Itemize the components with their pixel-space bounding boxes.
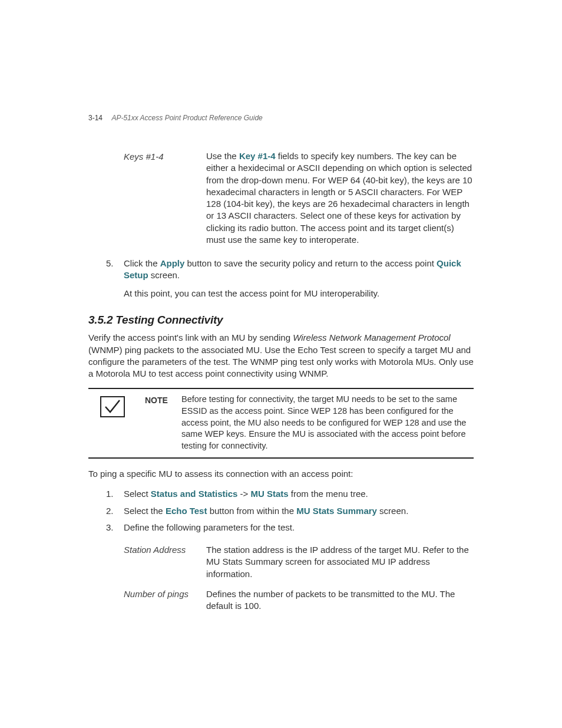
page-header: 3-14 AP-51xx Access Point Product Refere… — [88, 114, 263, 122]
param-station-address: Station Address The station address is t… — [124, 544, 474, 580]
note-callout: NOTE Before testing for connectivity, th… — [88, 388, 474, 459]
doc-title: AP-51xx Access Point Product Reference G… — [111, 114, 262, 122]
param-label: Station Address — [124, 544, 206, 580]
section-paragraph: Verify the access point's link with an M… — [88, 332, 474, 380]
step-2: 2. Select the Echo Test button from with… — [106, 505, 474, 517]
keys-definition-row: Keys #1-4 Use the Key #1-4 fields to spe… — [124, 150, 474, 246]
echo-test-ref: Echo Test — [166, 506, 207, 516]
mu-stats-summary-ref: MU Stats Summary — [296, 506, 377, 516]
step-number: 1. — [106, 488, 124, 500]
keys-label: Keys #1-4 — [124, 150, 206, 246]
step-body: Click the Apply button to save the secur… — [124, 258, 474, 282]
step-5-followup: At this point, you can test the access p… — [124, 288, 474, 299]
page-number: 3-14 — [88, 114, 103, 122]
step-number: 3. — [106, 522, 124, 533]
mu-stats-ref: MU Stats — [251, 489, 289, 499]
wnmp-term: Wireless Network Management Protocol — [293, 332, 450, 342]
checkmark-icon — [100, 396, 125, 417]
section-heading: 3.5.2 Testing Connectivity — [88, 312, 474, 328]
param-label: Number of pings — [124, 588, 206, 612]
param-number-of-pings: Number of pings Defines the number of pa… — [124, 588, 474, 612]
keys-description: Use the Key #1-4 fields to specify key n… — [206, 150, 474, 246]
note-text: Before testing for connectivity, the tar… — [181, 394, 474, 452]
param-desc: Defines the number of packets to be tran… — [206, 588, 474, 612]
step-body: Select the Echo Test button from within … — [124, 505, 474, 517]
step-number: 5. — [106, 258, 124, 282]
step-1: 1. Select Status and Statistics -> MU St… — [106, 488, 474, 500]
ping-intro: To ping a specific MU to assess its conn… — [88, 468, 474, 480]
key-field-name: Key #1-4 — [239, 151, 276, 161]
step-number: 2. — [106, 505, 124, 517]
note-icon-cell — [88, 394, 135, 452]
step-5: 5. Click the Apply button to save the se… — [106, 258, 474, 282]
apply-button-ref: Apply — [160, 258, 185, 268]
step-body: Select Status and Statistics -> MU Stats… — [124, 488, 474, 500]
step-body: Define the following parameters for the … — [124, 522, 474, 533]
status-stats-ref: Status and Statistics — [151, 489, 238, 499]
param-desc: The station address is the IP address of… — [206, 544, 474, 580]
note-label: NOTE — [145, 394, 172, 452]
step-3: 3. Define the following parameters for t… — [106, 522, 474, 533]
